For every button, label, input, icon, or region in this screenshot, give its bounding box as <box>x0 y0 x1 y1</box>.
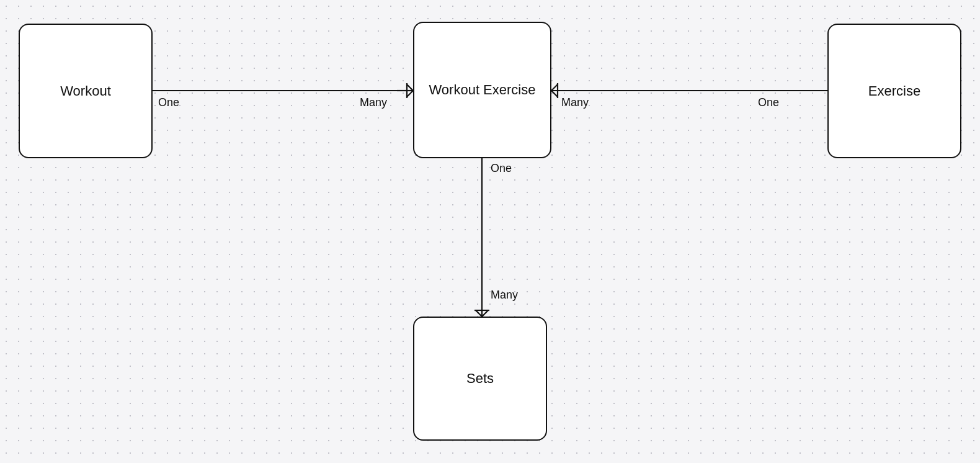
label-we-left-many: Many <box>360 96 387 109</box>
entity-exercise-label: Exercise <box>868 83 920 99</box>
entity-sets: Sets <box>413 317 547 441</box>
entity-workout-exercise-label: Workout Exercise <box>429 82 536 98</box>
crow-we-left-top <box>407 84 413 91</box>
crow-we-left-bot <box>407 91 413 97</box>
label-exercise-one: One <box>758 96 779 109</box>
label-we-bottom-one: One <box>491 162 512 175</box>
label-sets-top-many: Many <box>491 289 518 302</box>
entity-exercise: Exercise <box>827 24 961 158</box>
entity-workout: Workout <box>19 24 153 158</box>
diagram-container: Workout Workout Exercise Exercise Sets O… <box>0 0 980 463</box>
entity-sets-label: Sets <box>466 371 494 387</box>
label-workout-one: One <box>158 96 179 109</box>
crow-we-right-top <box>551 84 558 91</box>
entity-workout-exercise: Workout Exercise <box>413 22 551 158</box>
crow-we-right-bot <box>551 91 558 97</box>
label-we-right-many: Many <box>561 96 589 109</box>
entity-workout-label: Workout <box>60 83 111 99</box>
crow-sets-top-left <box>476 310 482 317</box>
crow-sets-top-right <box>482 310 488 317</box>
